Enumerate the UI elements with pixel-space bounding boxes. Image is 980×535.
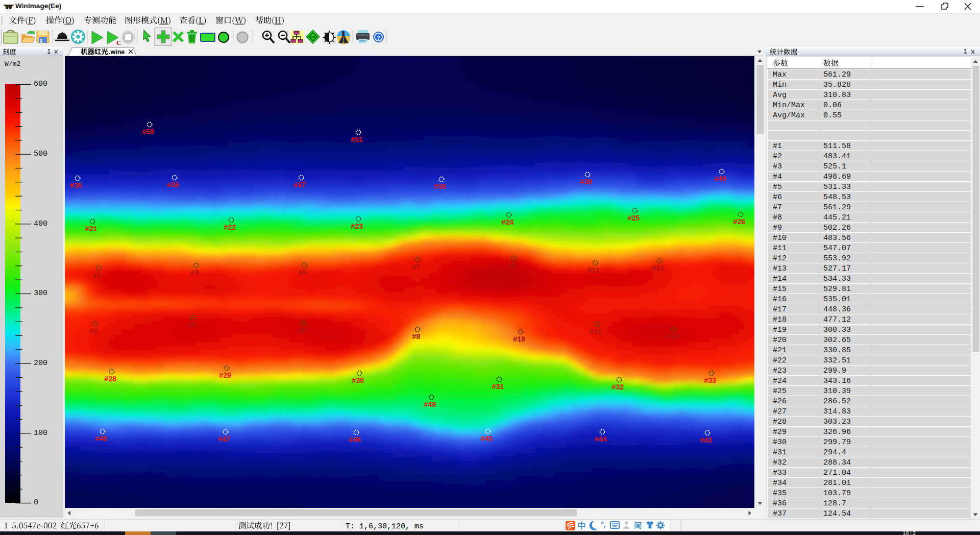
- svg-text:°,: °,: [601, 521, 606, 529]
